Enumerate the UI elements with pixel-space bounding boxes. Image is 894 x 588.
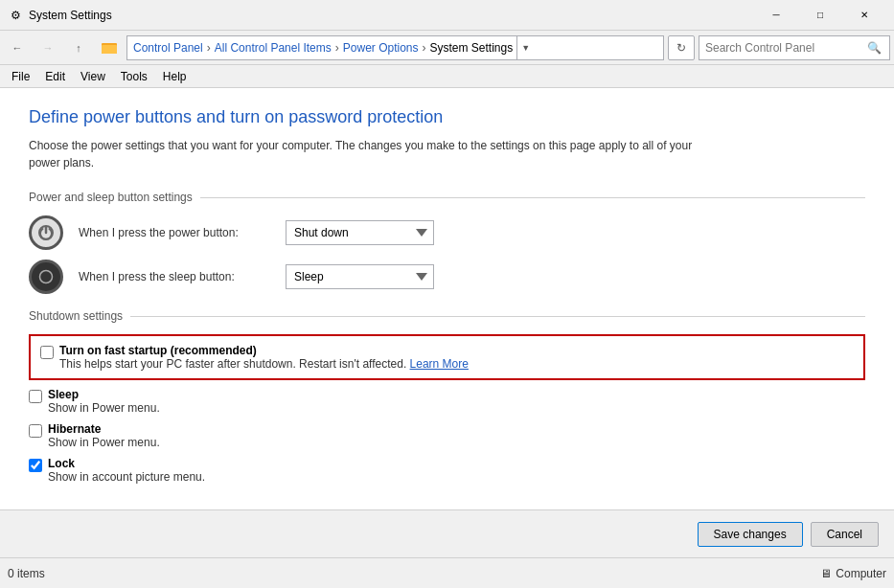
- page-title: Define power buttons and turn on passwor…: [29, 107, 865, 127]
- back-button[interactable]: ←: [4, 35, 31, 60]
- save-changes-button[interactable]: Save changes: [698, 522, 803, 547]
- window-icon: ⚙: [8, 8, 23, 23]
- lock-checkbox-row: Lock Show in account picture menu.: [29, 457, 865, 484]
- menu-view[interactable]: View: [73, 68, 113, 85]
- power-button-label: When I press the power button:: [79, 226, 270, 239]
- search-box: 🔍: [699, 35, 890, 60]
- power-sleep-section-header: Power and sleep button settings: [29, 191, 865, 204]
- fast-startup-label: Turn on fast startup (recommended): [59, 344, 469, 357]
- menu-tools[interactable]: Tools: [113, 68, 155, 85]
- up-button[interactable]: ↑: [65, 35, 92, 60]
- refresh-button[interactable]: ↻: [668, 35, 695, 60]
- fast-startup-checkbox[interactable]: [40, 346, 54, 359]
- breadcrumb-dropdown-button[interactable]: ▼: [516, 35, 534, 60]
- fast-startup-row: Turn on fast startup (recommended) This …: [40, 344, 854, 371]
- status-bar: 0 items 🖥 Computer: [0, 557, 894, 588]
- forward-button[interactable]: →: [34, 35, 61, 60]
- maximize-button[interactable]: □: [798, 0, 842, 31]
- page-description: Choose the power settings that you want …: [29, 137, 699, 171]
- menu-edit[interactable]: Edit: [37, 68, 73, 85]
- main-content: Define power buttons and turn on passwor…: [0, 88, 894, 509]
- shutdown-section-header: Shutdown settings: [29, 309, 865, 323]
- power-button-dropdown[interactable]: Shut down Sleep Hibernate Turn off the d…: [286, 220, 434, 245]
- hibernate-checkbox-row: Hibernate Show in Power menu.: [29, 422, 865, 449]
- computer-icon: 🖥: [820, 567, 832, 580]
- power-button-row: When I press the power button: Shut down…: [29, 215, 865, 250]
- lock-checkbox[interactable]: [29, 459, 42, 472]
- menu-file[interactable]: File: [4, 68, 37, 85]
- svg-rect-2: [102, 45, 117, 54]
- breadcrumb-control-panel[interactable]: Control Panel: [133, 41, 203, 55]
- status-right: 🖥 Computer: [820, 567, 886, 580]
- title-bar-controls: ─ □ ✕: [754, 0, 886, 31]
- sleep-button-icon: [29, 260, 63, 294]
- hibernate-sublabel: Show in Power menu.: [48, 436, 160, 449]
- status-items-count: 0 items: [8, 567, 820, 580]
- bottom-bar: Save changes Cancel: [0, 509, 894, 557]
- computer-label: Computer: [836, 567, 886, 580]
- svg-point-5: [40, 271, 53, 283]
- search-button[interactable]: 🔍: [864, 38, 883, 57]
- breadcrumb-all-items[interactable]: All Control Panel Items: [215, 41, 332, 55]
- breadcrumb: Control Panel › All Control Panel Items …: [126, 35, 664, 60]
- power-button-icon: [29, 215, 63, 250]
- lock-sublabel: Show in account picture menu.: [48, 470, 205, 484]
- title-bar: ⚙ System Settings ─ □ ✕: [0, 0, 894, 31]
- sleep-button-dropdown[interactable]: Sleep Hibernate Shut down Turn off the d…: [286, 264, 434, 289]
- folder-icon: [102, 40, 117, 56]
- cancel-button[interactable]: Cancel: [811, 522, 879, 547]
- breadcrumb-current: System Settings: [429, 41, 513, 55]
- hibernate-checkbox[interactable]: [29, 424, 42, 438]
- lock-label: Lock: [48, 457, 205, 470]
- fast-startup-sublabel: This helps start your PC faster after sh…: [59, 357, 469, 371]
- fast-startup-box: Turn on fast startup (recommended) This …: [29, 334, 865, 380]
- sleep-button-label: When I press the sleep button:: [79, 270, 270, 283]
- sleep-sublabel: Show in Power menu.: [48, 401, 160, 415]
- hibernate-label: Hibernate: [48, 422, 160, 436]
- learn-more-link[interactable]: Learn More: [410, 357, 469, 371]
- minimize-button[interactable]: ─: [754, 0, 798, 31]
- breadcrumb-power-options[interactable]: Power Options: [343, 41, 419, 55]
- sleep-label: Sleep: [48, 388, 160, 401]
- close-button[interactable]: ✕: [842, 0, 886, 31]
- sleep-button-row: When I press the sleep button: Sleep Hib…: [29, 260, 865, 294]
- shutdown-section: Shutdown settings Turn on fast startup (…: [29, 309, 865, 484]
- menu-help[interactable]: Help: [155, 68, 195, 85]
- search-input[interactable]: [705, 41, 864, 55]
- sleep-checkbox[interactable]: [29, 390, 42, 403]
- sleep-checkbox-row: Sleep Show in Power menu.: [29, 388, 865, 415]
- address-bar: ← → ↑ Control Panel › All Control Panel …: [0, 31, 894, 65]
- window-title: System Settings: [29, 9, 754, 22]
- menu-bar: File Edit View Tools Help: [0, 65, 894, 88]
